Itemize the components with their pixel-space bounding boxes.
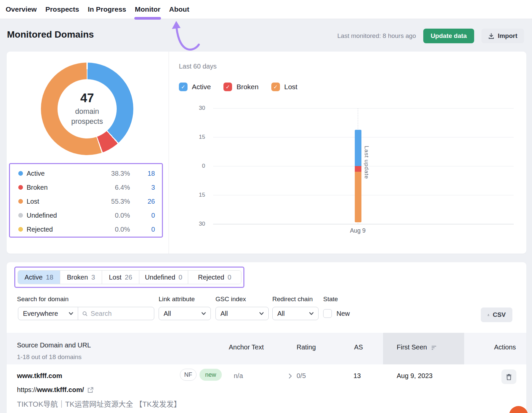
legend-percent: 55.3% [93, 198, 130, 205]
toggle-active[interactable]: ✓ Active [179, 83, 211, 91]
anchor-text-value: n/a [234, 372, 243, 380]
nav-tab-monitor[interactable]: Monitor [135, 0, 161, 19]
chevron-down-icon [201, 312, 206, 315]
gridline [213, 137, 514, 137]
gsc-index-select[interactable]: All [215, 307, 269, 320]
panel-divider [169, 52, 169, 254]
nav-tab-about[interactable]: About [169, 0, 189, 19]
row-domain-link[interactable]: www.tkfff.com [17, 372, 62, 380]
import-button[interactable]: Import [481, 29, 524, 43]
legend-count-link[interactable]: 0 [130, 212, 155, 219]
redirect-chain-select[interactable]: All [272, 307, 319, 320]
legend-label: Rejected [27, 226, 53, 233]
redirect-chain-value: All [277, 310, 285, 317]
csv-button-label: CSV [493, 311, 506, 318]
last-update-annotation: Last update [363, 146, 370, 179]
export-csv-button[interactable]: CSV [481, 308, 512, 322]
search-scope-select[interactable]: Everywhere [18, 307, 78, 320]
bar-segment-lost[interactable] [355, 172, 361, 222]
search-input[interactable] [91, 310, 150, 317]
tab-undefined[interactable]: Undefined 0 [139, 271, 188, 284]
url-main: www.tkfff.com/ [37, 386, 84, 393]
link-attribute-label: Link attribute [159, 296, 195, 303]
tab-count: 3 [91, 274, 95, 281]
column-anchor-text[interactable]: Anchor Text [229, 343, 264, 351]
tab-active[interactable]: Active 18 [18, 271, 60, 284]
tab-label: Undefined [145, 274, 175, 281]
donut-total-value: 47 [80, 91, 94, 105]
tab-broken[interactable]: Broken 3 [60, 271, 102, 284]
tab-label: Broken [67, 274, 88, 281]
y-tick: 30 [186, 105, 205, 111]
bar-segment-broken[interactable] [355, 166, 361, 172]
gsc-index-value: All [220, 310, 228, 317]
tab-count: 0 [227, 274, 231, 281]
tab-label: Lost [109, 274, 121, 281]
legend-count-link[interactable]: 18 [130, 170, 155, 177]
nav-tab-prospects[interactable]: Prospects [45, 0, 79, 19]
redirect-chain-label: Redirect chain [272, 296, 313, 303]
search-scope-value: Everywhere [23, 310, 58, 317]
donut-label-line2: prospects [71, 116, 103, 126]
legend-row-undefined: Undefined 0.0% 0 [18, 208, 155, 222]
active-dot-icon [18, 171, 23, 176]
table-header: Source Domain and URL 1-18 out of 18 dom… [7, 333, 526, 364]
authority-score-value: 13 [353, 372, 361, 380]
page-title: Monitored Domains [7, 29, 94, 40]
y-tick: 0 [186, 163, 205, 169]
toggle-broken[interactable]: ✓ Broken [223, 83, 259, 91]
upload-icon [487, 312, 489, 318]
column-first-seen[interactable]: First Seen [397, 343, 437, 351]
checked-checkbox-icon: ✓ [179, 83, 188, 91]
legend-label: Broken [27, 184, 48, 191]
bar-segment-active[interactable] [355, 130, 361, 166]
import-button-label: Import [498, 32, 517, 40]
tab-count: 0 [179, 274, 182, 281]
toggle-label: Lost [284, 83, 298, 91]
legend-percent: 0.0% [93, 226, 130, 233]
column-rating[interactable]: Rating [297, 343, 316, 351]
nav-tab-overview[interactable]: Overview [6, 0, 37, 19]
trend-period-label: Last 60 days [179, 63, 216, 70]
tab-rejected[interactable]: Rejected 0 [188, 271, 241, 284]
delete-domain-button[interactable] [501, 369, 516, 384]
sort-descending-icon [432, 345, 437, 350]
first-seen-value: Aug 9, 2023 [397, 372, 433, 380]
tab-lost[interactable]: Lost 26 [102, 271, 139, 284]
legend-row-rejected: Rejected 0.0% 0 [18, 222, 155, 236]
update-data-button[interactable]: Update data [423, 29, 474, 43]
chevron-right-icon [289, 373, 292, 379]
tab-label: Rejected [198, 274, 224, 281]
monitored-domains-page: Overview Prospects In Progress Monitor A… [0, 0, 532, 413]
legend-count-link[interactable]: 0 [130, 226, 155, 233]
nav-tab-in-progress[interactable]: In Progress [88, 0, 126, 19]
rating-expander[interactable]: 0/5 [289, 372, 306, 380]
nofollow-badge: NF [180, 369, 197, 381]
link-attribute-select[interactable]: All [159, 307, 211, 320]
legend-row-broken: Broken 6.4% 3 [18, 180, 155, 194]
legend-count-link[interactable]: 26 [130, 198, 155, 205]
legend-percent: 6.4% [93, 184, 130, 191]
link-attribute-value: All [164, 310, 171, 317]
donut-center: 47 domain prospects [58, 79, 117, 138]
state-new-checkbox[interactable]: New [323, 309, 350, 318]
status-tab-group: Active 18 Broken 3 Lost 26 Undefined 0 R… [18, 270, 241, 284]
row-url[interactable]: https://www.tkfff.com/ [17, 386, 94, 394]
pagination-summary: 1-18 out of 18 domains [17, 353, 81, 361]
checked-checkbox-icon: ✓ [223, 83, 232, 91]
top-navigation: Overview Prospects In Progress Monitor A… [0, 0, 532, 19]
donut-label-line1: domain [75, 106, 99, 116]
domain-prospects-donut-chart: 47 domain prospects [41, 63, 133, 155]
url-prefix: https:// [17, 386, 37, 393]
lost-dot-icon [18, 199, 23, 204]
column-as[interactable]: AS [354, 343, 363, 351]
first-seen-label: First Seen [397, 343, 427, 351]
toggle-lost[interactable]: ✓ Lost [271, 83, 298, 91]
tab-count: 18 [46, 274, 53, 281]
chevron-down-icon [259, 312, 264, 315]
checked-checkbox-icon: ✓ [271, 83, 280, 91]
legend-count-link[interactable]: 3 [130, 184, 155, 191]
last-monitored-text: Last monitored: 8 hours ago [337, 32, 416, 40]
x-tick: Aug 9 [341, 227, 374, 234]
column-actions: Actions [494, 343, 516, 351]
